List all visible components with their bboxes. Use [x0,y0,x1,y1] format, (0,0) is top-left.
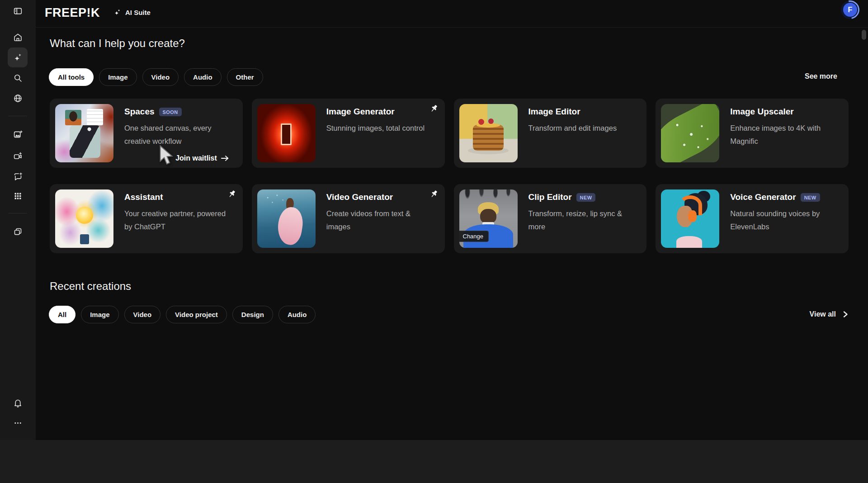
recent-filter-bar: All Image Video Video project Design Aud… [49,306,316,323]
more-icon [13,418,23,428]
thumbnail-detail [473,125,503,151]
tool-description: Create videos from text & images [326,207,431,233]
recent-filter-audio[interactable]: Audio [278,306,316,323]
image-generator-thumbnail [257,104,316,162]
thumbnail-detail [488,118,494,124]
avatar-ring [837,0,863,23]
pin-icon[interactable] [429,104,439,113]
apps-grid-icon [13,191,23,201]
thumbnail-detail [480,209,496,224]
filter-all-tools[interactable]: All tools [49,68,94,86]
change-thumbnail-button[interactable]: Change [459,231,489,242]
tool-description: Transform, resize, lip sync & more [528,207,633,233]
tool-card-assistant[interactable]: Assistant Your creative partner, powered… [50,184,243,253]
sidebar-item-search[interactable] [8,68,28,88]
recent-filter-design[interactable]: Design [232,306,273,323]
sidebar-divider [8,213,27,213]
tool-card-image-editor[interactable]: Image Editor Transform and edit images [454,99,647,168]
new-badge: NEW [576,193,596,202]
recent-filter-video-project[interactable]: Video project [166,306,227,323]
spaces-thumbnail [55,104,113,162]
recent-filter-image[interactable]: Image [81,306,118,323]
thumbnail-detail [76,207,93,224]
tool-title: Voice Generator [730,192,796,202]
tool-title: Assistant [124,192,163,202]
sparkle-icon [113,9,121,16]
video-generator-thumbnail [257,189,316,248]
sidebar [0,0,36,440]
windows-icon [13,227,23,237]
recent-filter-all[interactable]: All [49,306,75,323]
tool-card-voice-generator[interactable]: Voice Generator NEW Natural sounding voi… [656,184,849,253]
sidebar-item-more[interactable] [8,413,28,433]
tool-description: One shared canvas, every creative workfl… [124,122,229,148]
globe-icon [13,94,23,103]
tool-title: Video Generator [326,192,393,202]
tool-title: Image Generator [326,107,395,117]
filter-audio[interactable]: Audio [184,68,222,86]
tools-grid: Spaces SOON One shared canvas, every cre… [50,99,849,253]
tool-card-video-generator[interactable]: Video Generator Create videos from text … [252,184,445,253]
scrollbar-thumb[interactable] [862,30,866,40]
freepik-logo[interactable]: FREEP!K [45,6,100,20]
search-icon [13,73,23,83]
tool-title: Image Upscaler [730,107,793,117]
sidebar-item-apps[interactable] [8,186,28,206]
recent-creations-title: Recent creations [50,280,131,293]
join-waitlist-link[interactable]: Join waitlist [175,154,229,162]
filter-other[interactable]: Other [227,68,263,86]
clip-editor-thumbnail: Change [459,189,518,248]
tool-description: Transform and edit images [528,122,633,135]
view-all-text: View all [810,310,836,318]
spaces-collage-panel [87,109,103,125]
pin-icon[interactable] [227,189,236,199]
thumbnail-detail [281,123,292,145]
assistant-thumbnail [55,189,113,248]
tool-description: Natural sounding voices by ElevenLabs [730,207,835,233]
header-bar: FREEP!K AI Suite F [36,0,868,28]
sidebar-item-home[interactable] [8,27,28,47]
recent-filter-video[interactable]: Video [124,306,161,323]
tool-card-clip-editor[interactable]: Change Clip Editor NEW Transform, resize… [454,184,647,253]
thumbnail-detail [275,205,305,246]
ai-suite-label: AI Suite [113,9,151,16]
image-plus-icon [13,130,23,139]
sidebar-item-image-generator[interactable] [8,124,28,144]
tool-title: Image Editor [528,107,580,117]
thumbnail-detail [661,104,719,162]
tool-description: Stunning images, total control [326,122,431,135]
spaces-collage-photo [65,110,81,125]
arrow-right-icon [221,155,229,161]
tool-title: Spaces [124,107,155,117]
chat-plus-icon [13,172,23,181]
filter-image[interactable]: Image [99,68,137,86]
view-all-link[interactable]: View all [810,310,849,318]
mouse-cursor [158,145,175,166]
tool-description: Enhance images to 4K with Magnific [730,122,835,148]
sidebar-divider [8,116,27,116]
thumbnail-detail [80,234,89,244]
sidebar-item-ai-suite[interactable] [8,47,28,67]
join-waitlist-text: Join waitlist [175,154,217,162]
pin-icon[interactable] [429,189,439,199]
sidebar-item-projects[interactable] [8,222,28,242]
chevron-right-icon [842,311,849,317]
image-upscaler-thumbnail [661,104,719,162]
thumbnail-detail [688,210,697,222]
tool-description: Your creative partner, powered by ChatGP… [124,207,229,233]
filter-video[interactable]: Video [142,68,179,86]
sidebar-item-notifications[interactable] [8,393,28,413]
sidebar-item-video-generator[interactable] [8,146,28,166]
tool-card-image-upscaler[interactable]: Image Upscaler Enhance images to 4K with… [656,99,849,168]
user-avatar[interactable]: F [841,0,859,19]
sparkles-icon [13,53,23,62]
new-badge: NEW [801,193,820,202]
tool-filter-bar: All tools Image Video Audio Other [49,68,263,86]
tool-card-image-generator[interactable]: Image Generator Stunning images, total c… [252,99,445,168]
sidebar-item-assistant[interactable] [8,166,28,186]
see-more-link[interactable]: See more [805,72,837,80]
tool-card-spaces[interactable]: Spaces SOON One shared canvas, every cre… [50,99,243,168]
sidebar-item-explore[interactable] [8,88,28,108]
sidebar-toggle-icon[interactable] [8,1,28,21]
thumbnail-detail [676,236,702,248]
